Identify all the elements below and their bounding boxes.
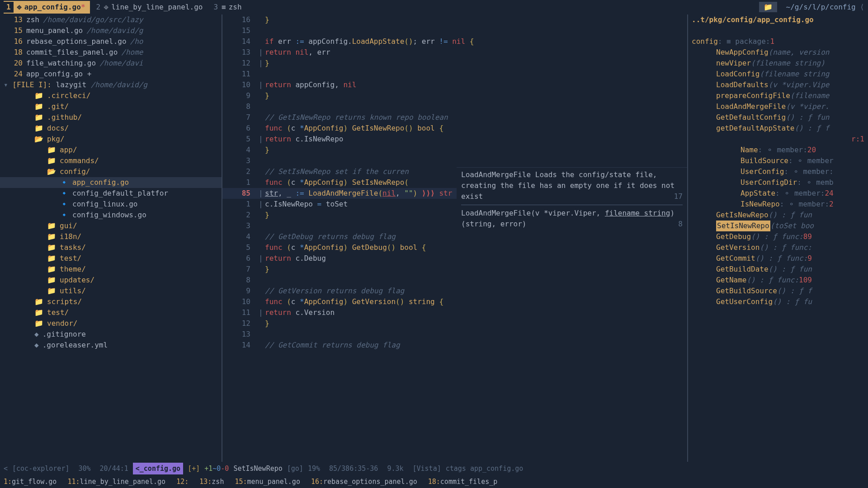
outline-package[interactable]: config : ≡ package:1 xyxy=(688,36,868,47)
tree-item--git-[interactable]: 📁.git/ xyxy=(0,101,222,112)
outline-item[interactable]: NewAppConfig(name, version xyxy=(688,47,868,58)
outline-item[interactable]: LoadAndMergeFile(v *viper. xyxy=(688,101,868,112)
outline-item[interactable]: IsNewRepo : ⚬ member:2 xyxy=(688,199,868,210)
outline-item[interactable]: UserConfig : ⚬ member: xyxy=(688,166,868,177)
outline-item[interactable]: newViper(filename string) xyxy=(688,58,868,69)
code-line[interactable]: 3 xyxy=(222,155,687,166)
code-line[interactable]: 8 xyxy=(222,101,687,112)
outline-item[interactable]: GetUserConfig() : ƒ fu xyxy=(688,296,868,307)
tree-item-app-[interactable]: 📁app/ xyxy=(0,145,222,155)
code-line[interactable]: 6|return c.Debug xyxy=(222,253,687,264)
code-line[interactable]: 10func (c *AppConfig) GetVersion() strin… xyxy=(222,296,687,307)
folder-icon[interactable]: 📁 xyxy=(759,2,777,12)
outline-item[interactable]: GetBuildDate() : ƒ fun xyxy=(688,264,868,275)
code-line[interactable]: 12} xyxy=(222,318,687,329)
tree-item--gitignore[interactable]: ◆.gitignore xyxy=(0,329,222,340)
outline-item[interactable]: GetVersion() : ƒ func: xyxy=(688,242,868,253)
tree-item-theme-[interactable]: 📁theme/ xyxy=(0,264,222,275)
tab-app_config-go[interactable]: 1⎆app_config.go * xyxy=(4,1,90,14)
code-line[interactable]: 6func (c *AppConfig) GetIsNewRepo() bool… xyxy=(222,123,687,134)
code-line[interactable]: 10|return appConfig, nil xyxy=(222,80,687,90)
code-line[interactable]: 8 xyxy=(222,275,687,286)
tree-item-scripts-[interactable]: 📁scripts/ xyxy=(0,296,222,307)
recent-file[interactable]: 13zsh/home/david/go/src/lazy xyxy=(0,14,222,25)
outline-item[interactable]: Name : ⚬ member:20 xyxy=(688,145,868,155)
tree-item-config_default_platfor[interactable]: 🔹config_default_platfor xyxy=(0,188,222,199)
buffer-item[interactable]: 11:line_by_line_panel.go xyxy=(67,477,165,487)
tree-item-test-[interactable]: 📁test/ xyxy=(0,253,222,264)
outline-item[interactable]: GetCommit() : ƒ func:9 xyxy=(688,253,868,264)
folder-icon: 📁 xyxy=(34,123,43,134)
tree-item-gui-[interactable]: 📁gui/ xyxy=(0,221,222,231)
code-line[interactable]: 14// GetCommit returns debug flag xyxy=(222,340,687,351)
buffer-item[interactable]: 18:commit_files_p xyxy=(428,477,498,487)
tree-item-updates-[interactable]: 📁updates/ xyxy=(0,275,222,286)
tree-item-docs-[interactable]: 📁docs/ xyxy=(0,123,222,134)
tree-item-utils-[interactable]: 📁utils/ xyxy=(0,286,222,296)
outline-item[interactable]: r:1 xyxy=(688,134,868,145)
code-editor[interactable]: ..t/pkg/config/app_config.go 16}1514if e… xyxy=(222,14,687,462)
code-line[interactable]: 16} xyxy=(222,14,687,25)
go-icon: 🔹 xyxy=(60,177,69,188)
outline-item[interactable]: GetName() : ƒ func:109 xyxy=(688,275,868,286)
outline-item[interactable]: GetDebug() : ƒ func:89 xyxy=(688,231,868,242)
tree-item-config-[interactable]: 📂config/ xyxy=(0,166,222,177)
outline-item[interactable]: UserConfigDir : ⚬ memb xyxy=(688,177,868,188)
outline-item[interactable]: GetBuildSource() : ƒ f xyxy=(688,286,868,296)
code-line[interactable]: 13| return nil, err xyxy=(222,47,687,58)
go-icon: 🔹 xyxy=(60,199,69,210)
tab-bar: 1⎆app_config.go *2⎆line_by_line_panel.go… xyxy=(0,0,868,14)
tree-item--github-[interactable]: 📁.github/ xyxy=(0,112,222,123)
status-lang: [go] xyxy=(287,464,303,474)
buffer-item[interactable]: 12: xyxy=(176,477,189,487)
tree-item-commands-[interactable]: 📁commands/ xyxy=(0,155,222,166)
code-line[interactable]: 9// GetVersion returns debug flag xyxy=(222,286,687,296)
outline-item[interactable]: GetDefaultConfig() : ƒ fun xyxy=(688,112,868,123)
tree-item-test-[interactable]: 📁test/ xyxy=(0,307,222,318)
code-line[interactable]: 5|return c.IsNewRepo xyxy=(222,134,687,145)
code-line[interactable]: 13 xyxy=(222,329,687,340)
tree-item-vendor-[interactable]: 📁vendor/ xyxy=(0,318,222,329)
buffer-item[interactable]: 16:rebase_options_panel.go xyxy=(311,477,417,487)
code-line[interactable]: 4} xyxy=(222,145,687,155)
tree-item-tasks-[interactable]: 📁tasks/ xyxy=(0,242,222,253)
recent-file[interactable]: 24app_config.go + xyxy=(0,69,222,80)
code-line[interactable]: 15 xyxy=(222,25,687,36)
tree-item-pkg-[interactable]: 📂pkg/ xyxy=(0,134,222,145)
outline-item[interactable]: GetIsNewRepo() : ƒ fun xyxy=(688,210,868,221)
code-line[interactable]: 5func (c *AppConfig) GetDebug() bool { xyxy=(222,242,687,253)
tree-item-i18n-[interactable]: 📁i18n/ xyxy=(0,231,222,242)
code-line[interactable]: 9} xyxy=(222,90,687,101)
recent-file[interactable]: 15menu_panel.go/home/david/g xyxy=(0,25,222,36)
folder-open-icon: 📂 xyxy=(47,166,56,177)
outline-item[interactable]: LoadConfig(filename string xyxy=(688,69,868,80)
folder-icon: 📁 xyxy=(34,296,43,307)
code-line[interactable]: 12|} xyxy=(222,58,687,69)
outline-item[interactable]: prepareConfigFile(filename xyxy=(688,90,868,101)
tab-zsh[interactable]: 3≡zsh xyxy=(209,1,246,14)
recent-file[interactable]: 16rebase_options_panel.go/ho xyxy=(0,36,222,47)
outline-item[interactable]: LoadDefaults(v *viper.Vipe xyxy=(688,80,868,90)
outline-item[interactable]: getDefaultAppState() : ƒ f xyxy=(688,123,868,134)
code-line[interactable]: 4// GetDebug returns debug flag xyxy=(222,231,687,242)
tree-item--goreleaser-yml[interactable]: ◆.goreleaser.yml xyxy=(0,340,222,351)
tree-item-app_config-go[interactable]: 🔹app_config.go xyxy=(0,177,222,188)
outline-item[interactable]: BuildSource : ⚬ member xyxy=(688,155,868,166)
code-line[interactable]: 14if err := appConfig.LoadAppState(); er… xyxy=(222,36,687,47)
tree-item--circleci-[interactable]: 📁.circleci/ xyxy=(0,90,222,101)
code-line[interactable]: 11 xyxy=(222,69,687,80)
buffer-item[interactable]: 15:menu_panel.go xyxy=(235,477,300,487)
code-line[interactable]: 7// GetIsNewRepo returns known repo bool… xyxy=(222,112,687,123)
outline-item[interactable]: AppState : ⚬ member:24 xyxy=(688,188,868,199)
buffer-item[interactable]: 1:git_flow.go xyxy=(4,477,57,487)
tree-item-config_windows-go[interactable]: 🔹config_windows.go xyxy=(0,210,222,221)
recent-file[interactable]: 20file_watching.go/home/davi xyxy=(0,58,222,69)
outline-item[interactable]: SetIsNewRepo(toSet boo xyxy=(688,221,868,231)
tree-item-config_linux-go[interactable]: 🔹config_linux.go xyxy=(0,199,222,210)
recent-file[interactable]: 18commit_files_panel.go/home xyxy=(0,47,222,58)
code-line[interactable]: 7} xyxy=(222,264,687,275)
go-icon: 🔹 xyxy=(60,210,69,221)
buffer-item[interactable]: 13:zsh xyxy=(199,477,224,487)
code-line[interactable]: 11|return c.Version xyxy=(222,307,687,318)
tab-line_by_line_panel-go[interactable]: 2⎆line_by_line_panel.go xyxy=(92,1,208,14)
